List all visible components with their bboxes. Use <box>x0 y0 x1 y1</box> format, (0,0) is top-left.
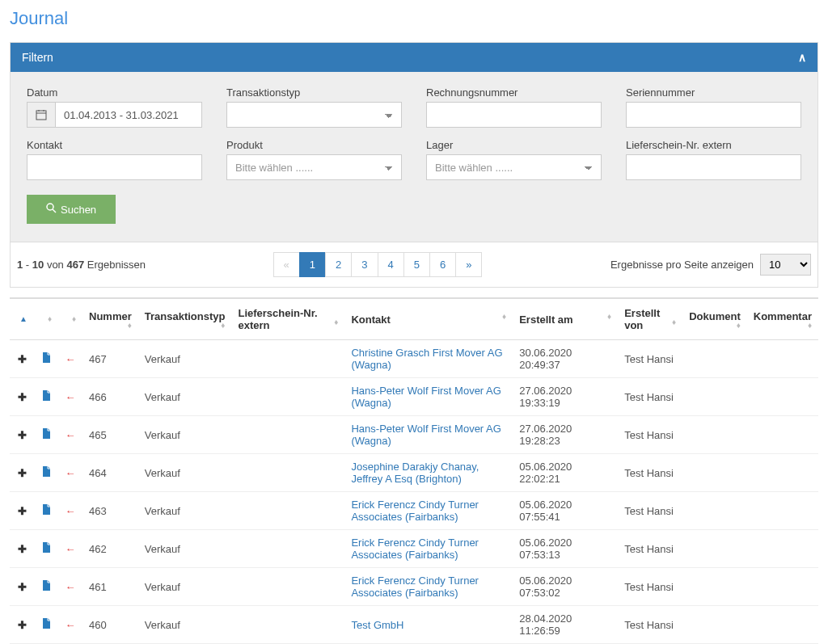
arrow-left-icon[interactable]: ← <box>65 353 76 365</box>
results-count: 1 - 10 von 467 Ergebnissen <box>17 259 146 271</box>
kontakt-link[interactable]: Test GmbH <box>351 619 403 631</box>
kontakt-link[interactable]: Erick Ferencz Cindy Turner Associates (F… <box>351 575 479 599</box>
page-title: Journal <box>10 8 818 29</box>
col-dir[interactable]: ♦ <box>58 298 82 340</box>
document-icon[interactable] <box>40 580 52 593</box>
cell-typ: Verkauf <box>138 606 232 644</box>
document-icon[interactable] <box>40 428 52 441</box>
arrow-left-icon[interactable]: ← <box>65 543 76 555</box>
datum-input[interactable] <box>55 102 202 128</box>
arrow-left-icon[interactable]: ← <box>65 429 76 441</box>
produkt-select[interactable]: Bitte wählen ...... <box>226 154 402 180</box>
arrow-left-icon[interactable]: ← <box>65 619 76 631</box>
page-«[interactable]: « <box>273 252 300 277</box>
arrow-left-icon[interactable]: ← <box>65 581 76 593</box>
col-lieferschein[interactable]: Lieferschein-Nr. extern♦ <box>231 298 344 340</box>
cell-kontakt: Hans-Peter Wolf First Mover AG (Wagna) <box>344 416 513 454</box>
expand-icon[interactable]: ✚ <box>16 619 27 631</box>
page-1[interactable]: 1 <box>299 252 326 277</box>
document-icon[interactable] <box>40 466 52 479</box>
lieferschein-input[interactable] <box>626 154 801 180</box>
col-erstellt-von[interactable]: Erstellt von♦ <box>618 298 682 340</box>
cell-lieferschein <box>231 492 344 530</box>
page-3[interactable]: 3 <box>351 252 378 277</box>
cell-dokument <box>682 606 747 644</box>
col-kommentar[interactable]: Kommentar♦ <box>747 298 818 340</box>
col-dokument[interactable]: Dokument♦ <box>682 298 747 340</box>
filter-panel-body: Datum Transaktionstyp Rechnungsnummer <box>11 72 817 242</box>
document-icon[interactable] <box>40 542 52 555</box>
cell-typ: Verkauf <box>138 416 232 454</box>
per-page-select[interactable]: 10 <box>760 254 811 276</box>
page-4[interactable]: 4 <box>378 252 404 277</box>
page-»[interactable]: » <box>455 252 482 277</box>
per-page-label: Ergebnisse pro Seite anzeigen <box>610 259 754 271</box>
seriennr-input[interactable] <box>626 102 801 128</box>
col-doc[interactable]: ♦ <box>34 298 58 340</box>
col-kontakt[interactable]: Kontakt♦ <box>344 298 513 340</box>
cell-dokument <box>682 492 747 530</box>
expand-icon[interactable]: ✚ <box>16 581 27 593</box>
filter-panel-header[interactable]: Filtern ∧ <box>11 43 817 72</box>
cell-lieferschein <box>231 568 344 606</box>
kontakt-input[interactable] <box>27 154 202 180</box>
arrow-left-icon[interactable]: ← <box>65 467 76 479</box>
col-nummer[interactable]: Nummer♦ <box>82 298 138 340</box>
col-transtyp[interactable]: Transaktionstyp♦ <box>138 298 232 340</box>
arrow-left-icon[interactable]: ← <box>65 505 76 517</box>
transtyp-select[interactable] <box>226 102 402 128</box>
page-5[interactable]: 5 <box>403 252 430 277</box>
table-row: ✚←463VerkaufErick Ferencz Cindy Turner A… <box>10 492 818 530</box>
cell-erstellt-am: 05.06.2020 07:53:13 <box>513 530 618 568</box>
cell-erstellt-am: 05.06.2020 07:53:02 <box>513 568 618 606</box>
per-page: Ergebnisse pro Seite anzeigen 10 <box>610 254 811 276</box>
cell-nummer: 461 <box>82 568 138 606</box>
cell-nummer: 466 <box>82 378 138 416</box>
kontakt-link[interactable]: Erick Ferencz Cindy Turner Associates (F… <box>351 499 479 523</box>
rechnr-input[interactable] <box>426 102 602 128</box>
cell-erstellt-von: Test Hansi <box>618 530 682 568</box>
cell-erstellt-am: 30.06.2020 20:49:37 <box>513 340 618 378</box>
rechnr-label: Rechnungsnummer <box>426 86 602 99</box>
kontakt-link[interactable]: Hans-Peter Wolf First Mover AG (Wagna) <box>351 423 501 447</box>
expand-icon[interactable]: ✚ <box>16 429 27 441</box>
page-2[interactable]: 2 <box>325 252 352 277</box>
expand-icon[interactable]: ✚ <box>16 467 27 479</box>
page-6[interactable]: 6 <box>429 252 456 277</box>
calendar-icon[interactable] <box>27 102 55 128</box>
document-icon[interactable] <box>40 618 52 631</box>
cell-kommentar <box>747 492 818 530</box>
cell-dokument <box>682 340 747 378</box>
cell-kontakt: Erick Ferencz Cindy Turner Associates (F… <box>344 492 513 530</box>
col-erstellt-am[interactable]: Erstellt am♦ <box>513 298 618 340</box>
expand-icon[interactable]: ✚ <box>16 391 27 403</box>
cell-kommentar <box>747 454 818 492</box>
document-icon[interactable] <box>40 504 52 517</box>
lager-label: Lager <box>426 139 602 151</box>
cell-dokument <box>682 378 747 416</box>
kontakt-link[interactable]: Josephine Darakjy Chanay, Jeffrey A Esq … <box>351 461 479 485</box>
lager-select[interactable]: Bitte wählen ...... <box>426 154 602 180</box>
cell-erstellt-am: 27.06.2020 19:28:23 <box>513 416 618 454</box>
cell-erstellt-am: 05.06.2020 07:55:41 <box>513 492 618 530</box>
expand-icon[interactable]: ✚ <box>16 353 27 365</box>
cell-typ: Verkauf <box>138 568 232 606</box>
datum-label: Datum <box>27 86 202 99</box>
kontakt-link[interactable]: Hans-Peter Wolf First Mover AG (Wagna) <box>351 385 501 409</box>
kontakt-link[interactable]: Erick Ferencz Cindy Turner Associates (F… <box>351 537 479 561</box>
col-expand[interactable]: ▲ <box>10 298 34 340</box>
arrow-left-icon[interactable]: ← <box>65 391 76 403</box>
document-icon[interactable] <box>40 390 52 403</box>
search-button-label: Suchen <box>61 204 96 216</box>
cell-kommentar <box>747 568 818 606</box>
cell-erstellt-am: 05.06.2020 22:02:21 <box>513 454 618 492</box>
expand-icon[interactable]: ✚ <box>16 505 27 517</box>
kontakt-label: Kontakt <box>27 139 202 151</box>
search-button[interactable]: Suchen <box>27 195 116 224</box>
cell-dokument <box>682 454 747 492</box>
svg-rect-0 <box>36 111 46 120</box>
document-icon[interactable] <box>40 352 52 365</box>
cell-kommentar <box>747 340 818 378</box>
kontakt-link[interactable]: Christine Grasch First Mover AG (Wagna) <box>351 347 502 371</box>
expand-icon[interactable]: ✚ <box>16 543 27 555</box>
